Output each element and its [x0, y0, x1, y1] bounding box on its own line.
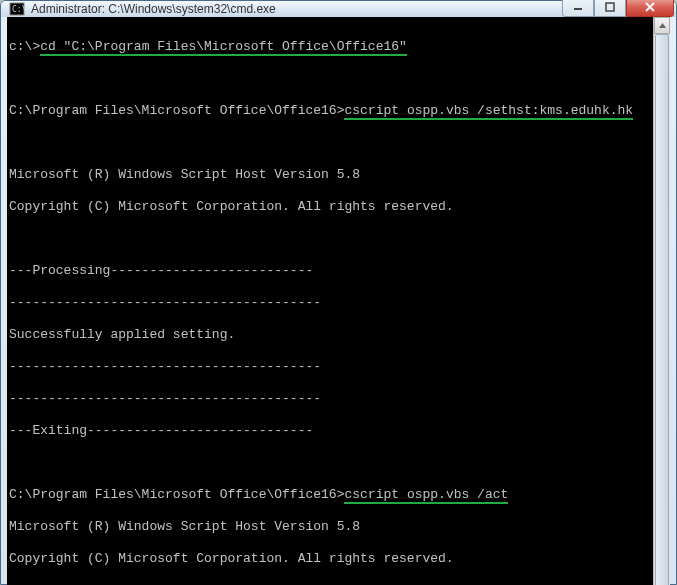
scrollbar-track[interactable]	[654, 34, 670, 585]
terminal[interactable]: c:\>cd "C:\Program Files\Microsoft Offic…	[7, 17, 653, 585]
chevron-up-icon	[659, 23, 666, 28]
output-line: Microsoft (R) Windows Script Host Versio…	[9, 167, 651, 183]
minimize-button[interactable]	[562, 0, 594, 17]
maximize-button[interactable]	[594, 0, 626, 17]
cmd-input: cscript ospp.vbs /act	[344, 487, 508, 504]
svg-text:C:\: C:\	[12, 5, 25, 14]
scroll-up-button[interactable]	[654, 17, 670, 34]
window-title: Administrator: C:\Windows\system32\cmd.e…	[31, 2, 562, 16]
scrollbar-thumb[interactable]	[655, 34, 669, 585]
output-line: ----------------------------------------	[9, 359, 651, 375]
prompt-text: c:\>	[9, 39, 40, 54]
cmd-input: cd "C:\Program Files\Microsoft Office\Of…	[40, 39, 407, 56]
prompt-text: C:\Program Files\Microsoft Office\Office…	[9, 487, 344, 502]
output-line: ---Processing--------------------------	[9, 263, 651, 279]
close-button[interactable]	[626, 0, 674, 17]
output-line: Microsoft (R) Windows Script Host Versio…	[9, 519, 651, 535]
titlebar[interactable]: C:\ Administrator: C:\Windows\system32\c…	[1, 1, 676, 17]
output-line: ----------------------------------------	[9, 391, 651, 407]
prompt-text: C:\Program Files\Microsoft Office\Office…	[9, 103, 344, 118]
output-line: Successfully applied setting.	[9, 327, 651, 343]
output-line: Copyright (C) Microsoft Corporation. All…	[9, 551, 651, 567]
window-controls	[562, 0, 674, 17]
svg-rect-2	[574, 8, 582, 10]
close-icon	[644, 2, 656, 12]
output-line: ----------------------------------------	[9, 295, 651, 311]
cmd-window: C:\ Administrator: C:\Windows\system32\c…	[0, 0, 677, 585]
cmd-input: cscript ospp.vbs /sethst:kms.eduhk.hk	[344, 103, 633, 120]
maximize-icon	[605, 2, 615, 12]
minimize-icon	[573, 2, 583, 12]
cmd-icon: C:\	[9, 1, 25, 17]
terminal-container: c:\>cd "C:\Program Files\Microsoft Offic…	[7, 17, 670, 585]
svg-rect-3	[606, 3, 614, 11]
output-line: Copyright (C) Microsoft Corporation. All…	[9, 199, 651, 215]
scrollbar[interactable]	[653, 17, 670, 585]
output-line: ---Exiting-----------------------------	[9, 423, 651, 439]
